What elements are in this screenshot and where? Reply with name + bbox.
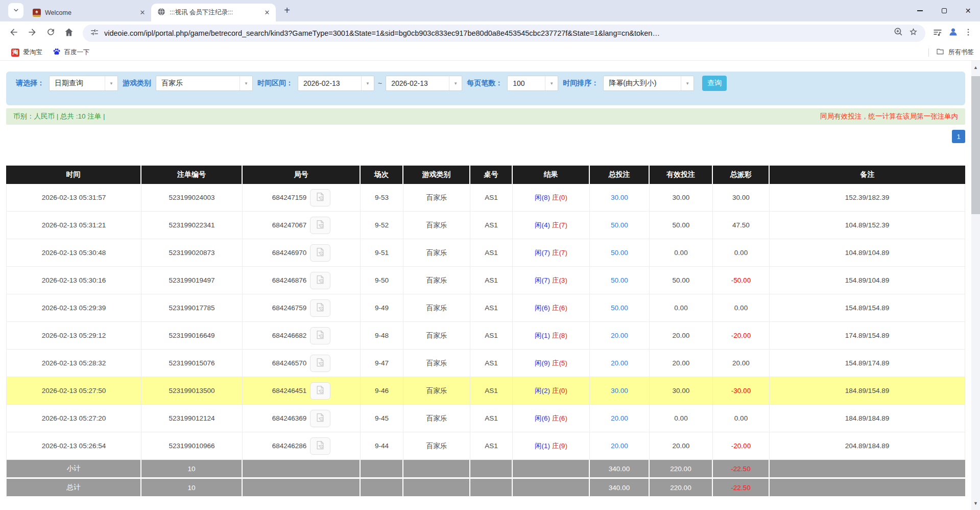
reload-button[interactable] [42,25,59,42]
table-row[interactable]: 2026-02-13 05:27:50 523199013500 6842464… [6,377,965,405]
bookmark-aitaobao[interactable]: 淘 爱淘宝 [6,46,47,59]
maximize-icon [942,8,947,13]
video-replay-button[interactable] [310,437,330,455]
video-film-icon [315,274,325,286]
page-content: 请选择： 日期查询 ▼ 游戏类别 百家乐 ▼ 时间区间： 2026-02-13 … [0,61,971,510]
column-header: 总投注 [590,166,650,184]
table-row[interactable]: 2026-02-13 05:31:21 523199022341 6842470… [6,212,965,239]
home-button[interactable] [60,25,78,42]
video-replay-button[interactable] [310,299,330,317]
cell-time: 2026-02-13 05:29:39 [6,294,141,322]
video-film-icon [315,440,325,452]
tab-search-button[interactable] [8,3,23,18]
cell-remark: 204.89/184.89 [770,432,965,460]
column-header: 游戏类别 [403,166,470,184]
table-row[interactable]: 2026-02-13 05:30:48 523199020873 6842469… [6,239,965,267]
bookmarks-bar: 淘 爱淘宝 百度一下 所有书签 [0,44,980,61]
date-from-picker[interactable]: 2026-02-13 ▼ [298,76,374,91]
video-film-icon [315,330,325,341]
cell-valid-bet: 30.00 [650,377,713,405]
cell-valid-bet: 50.00 [650,267,713,294]
new-tab-button[interactable]: + [280,3,294,17]
table-row[interactable]: 2026-02-13 05:26:54 523199010966 6842462… [6,432,965,460]
cell-total-bet[interactable]: 20.00 [590,405,650,432]
search-button[interactable]: 查询 [702,76,727,91]
cell-total-bet[interactable]: 50.00 [590,267,650,294]
scroll-down-icon[interactable]: ▼ [971,497,980,510]
page-1-button[interactable]: 1 [952,130,965,143]
cell-payout: 0.00 [713,239,770,267]
minimize-button[interactable] [908,0,932,21]
cell-total-bet[interactable]: 50.00 [590,239,650,267]
bookmark-star-icon[interactable] [909,27,918,39]
total-payout: -22.50 [713,479,770,498]
forward-button[interactable] [23,25,41,42]
scroll-up-icon[interactable]: ▲ [971,61,980,74]
tab-welcome[interactable]: ♠ Welcome ✕ [27,4,151,21]
cell-bet-id: 523199012124 [141,405,243,432]
cell-valid-bet: 0.00 [650,239,713,267]
profile-avatar-icon[interactable] [948,27,959,39]
cell-payout: 0.00 [713,405,770,432]
video-replay-button[interactable] [310,327,330,344]
cell-payout: -50.00 [713,267,770,294]
cell-game: 百家乐 [403,322,470,350]
video-replay-button[interactable] [310,244,330,262]
table-body: 2026-02-13 05:31:57 523199024003 6842471… [6,184,965,460]
game-type-dropdown[interactable]: 百家乐 ▼ [156,76,253,91]
video-replay-button[interactable] [310,217,330,234]
bookmark-baidu[interactable]: 百度一下 [47,45,95,59]
vertical-scrollbar[interactable]: ▲ ▼ [971,61,980,510]
video-replay-button[interactable] [310,382,330,400]
tab-close-icon[interactable]: ✕ [138,8,147,17]
video-replay-button[interactable] [310,189,330,206]
date-to-picker[interactable]: 2026-02-13 ▼ [386,76,462,91]
table-row[interactable]: 2026-02-13 05:30:16 523199019497 6842468… [6,267,965,294]
site-settings-tune-icon[interactable] [90,28,99,39]
cell-total-bet[interactable]: 20.00 [590,350,650,377]
cell-session: 9-48 [361,322,403,350]
url-text[interactable]: videoie.com/ipl/portal.php/game/betrecor… [104,29,889,37]
video-replay-button[interactable] [310,272,330,289]
table-row[interactable]: 2026-02-13 05:28:32 523199015076 6842465… [6,350,965,377]
cell-total-bet[interactable]: 20.00 [590,322,650,350]
scrollbar-thumb[interactable] [971,76,980,214]
query-type-dropdown[interactable]: 日期查询 ▼ [49,76,118,91]
cell-game: 百家乐 [403,294,470,322]
cell-total-bet[interactable]: 30.00 [590,377,650,405]
media-controls-icon[interactable] [933,27,943,39]
tab-close-icon[interactable]: ✕ [262,8,272,17]
browser-toolbar: videoie.com/ipl/portal.php/game/betrecor… [0,21,980,44]
tab-bet-record[interactable]: :::视讯 会员下注纪录::: ✕ [151,4,276,21]
cell-bet-id: 523199010966 [141,432,243,460]
table-row[interactable]: 2026-02-13 05:29:39 523199017785 6842467… [6,294,965,322]
column-header: 局号 [243,166,361,184]
cell-total-bet[interactable]: 30.00 [590,184,650,212]
video-replay-button[interactable] [310,410,330,427]
sort-label: 时间排序： [558,79,603,88]
close-button[interactable]: ✕ [956,0,980,21]
back-button[interactable] [5,25,22,42]
cell-payout: -20.00 [713,322,770,350]
cell-total-bet[interactable]: 50.00 [590,294,650,322]
result-banker: 庄(8) [552,332,567,339]
video-replay-button[interactable] [310,355,330,372]
cell-payout: -30.00 [713,377,770,405]
table-row[interactable]: 2026-02-13 05:31:57 523199024003 6842471… [6,184,965,212]
kebab-menu-icon[interactable] [964,28,973,39]
cell-bet-id: 523199017785 [141,294,243,322]
zoom-icon[interactable] [894,27,903,39]
cell-total-bet[interactable]: 20.00 [590,432,650,460]
sort-dropdown[interactable]: 降幂(由大到小) ▼ [603,76,694,91]
maximize-button[interactable] [932,0,956,21]
all-bookmarks[interactable]: 所有书签 [928,48,974,57]
table-row[interactable]: 2026-02-13 05:27:20 523199012124 6842463… [6,405,965,432]
total-total-bet: 340.00 [590,479,650,498]
cell-total-bet[interactable]: 50.00 [590,212,650,239]
cell-table-no: AS1 [470,239,513,267]
address-bar[interactable]: videoie.com/ipl/portal.php/game/betrecor… [83,25,925,42]
reload-icon [46,27,56,39]
cell-payout: 30.00 [713,184,770,212]
table-row[interactable]: 2026-02-13 05:29:12 523199016649 6842466… [6,322,965,350]
page-size-dropdown[interactable]: 100 ▼ [507,76,558,91]
